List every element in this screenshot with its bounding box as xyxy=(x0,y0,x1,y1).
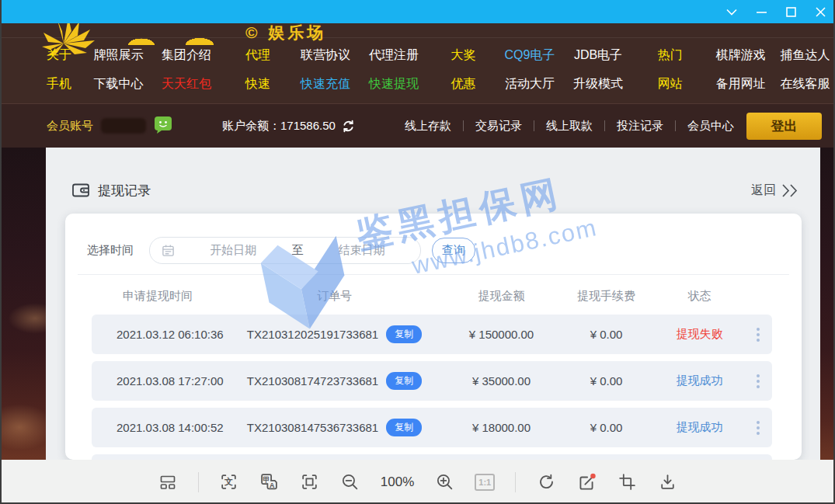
viewer-toolbar: 文 甲 A 100% 1:1 xyxy=(0,460,835,504)
fit-screen-icon xyxy=(300,472,319,492)
status-badge: 提现成功 xyxy=(655,420,744,435)
row-actions-menu[interactable] xyxy=(753,325,763,345)
toolbar-separator xyxy=(515,472,516,492)
cell-fee: ¥ 0.00 xyxy=(558,328,655,341)
nav-item-quick-withdraw[interactable]: 快速提现 xyxy=(369,76,419,92)
table-row-partial xyxy=(92,454,772,460)
search-button[interactable]: 查询 xyxy=(432,238,475,263)
zoom-level-value[interactable]: 100% xyxy=(381,474,414,490)
nav-item-promo[interactable]: 优惠 xyxy=(451,76,476,92)
cell-order-no: TX210312025191733681 xyxy=(247,328,378,341)
nav-item-agent[interactable]: 代理 xyxy=(245,47,270,64)
collapse-chevron-button[interactable] xyxy=(717,0,746,23)
nav-item-fishing[interactable]: 捕鱼达人 xyxy=(781,47,830,64)
nav-item-online-service[interactable]: 在线客服 xyxy=(781,76,830,92)
nav-item-hot[interactable]: 热门 xyxy=(658,47,683,64)
nav-item-jackpot[interactable]: 大奖 xyxy=(451,47,476,64)
download-button[interactable] xyxy=(657,472,677,492)
table-row: 2021.03.08 14:00:52 TX210308147536733681… xyxy=(92,408,772,447)
nav-item-affiliate-agreement[interactable]: 联营协议 xyxy=(301,47,350,64)
ocr-capture-button[interactable]: 文 xyxy=(219,472,239,492)
translate-button[interactable]: 甲 A xyxy=(259,472,280,492)
cell-fee: ¥ 0.00 xyxy=(558,421,655,434)
zoom-out-icon xyxy=(340,472,360,492)
separator xyxy=(534,120,534,131)
chat-icon[interactable] xyxy=(154,116,172,136)
nav-item-upgrade-mode[interactable]: 升级模式 xyxy=(573,76,623,92)
nav-item-group-intro[interactable]: 集团介绍 xyxy=(162,47,211,64)
nav-item-jdb[interactable]: JDB电子 xyxy=(574,47,622,64)
back-link[interactable]: 返回 xyxy=(751,182,800,199)
wallet-icon xyxy=(71,181,90,200)
copy-button[interactable]: 复制 xyxy=(386,325,422,343)
translate-icon: 甲 A xyxy=(259,472,279,492)
nav-item-website[interactable]: 网站 xyxy=(658,76,683,92)
maximize-button[interactable] xyxy=(776,0,805,23)
nav-item-backup-url[interactable]: 备用网址 xyxy=(716,76,766,92)
toolbar-separator xyxy=(198,472,199,492)
nav-item-about[interactable]: 关于 xyxy=(47,47,71,64)
nav-item-agent-register[interactable]: 代理注册 xyxy=(369,47,419,64)
link-online-withdraw[interactable]: 线上取款 xyxy=(546,119,593,134)
nav-item-board-games[interactable]: 棋牌游戏 xyxy=(716,47,766,64)
row-actions-menu[interactable] xyxy=(753,371,763,391)
nav-item-quick[interactable]: 快速 xyxy=(245,76,270,92)
logout-button[interactable]: 登出 xyxy=(746,113,822,140)
end-date-placeholder[interactable]: 结束日期 xyxy=(304,243,421,258)
nav-item-download-center[interactable]: 下载中心 xyxy=(94,76,144,92)
copy-button[interactable]: 复制 xyxy=(386,372,422,390)
minimize-icon xyxy=(757,7,767,17)
cell-fee: ¥ 0.00 xyxy=(558,374,655,388)
page-title: 提现记录 xyxy=(98,182,151,200)
minimize-button[interactable] xyxy=(746,0,776,23)
edit-icon xyxy=(576,472,597,492)
col-header-fee: 提现手续费 xyxy=(558,289,655,304)
separator xyxy=(463,120,464,131)
cell-order-no: TX210308147536733681 xyxy=(247,421,378,434)
divider xyxy=(78,274,789,275)
cell-apply-time: 2021.03.12 06:10:36 xyxy=(92,328,224,341)
date-range-input[interactable]: 开始日期 至 结束日期 xyxy=(149,237,421,264)
ocr-capture-icon: 文 xyxy=(219,472,238,492)
cell-amount: ¥ 35000.00 xyxy=(445,374,558,388)
separator xyxy=(604,120,605,131)
nav-item-mobile[interactable]: 手机 xyxy=(47,76,71,92)
close-icon xyxy=(816,7,826,17)
table-body: 2021.03.12 06:10:36 TX210312025191733681… xyxy=(92,315,772,460)
zoom-out-button[interactable] xyxy=(340,472,360,492)
separator xyxy=(675,120,676,131)
layout-button[interactable] xyxy=(158,472,178,492)
cell-apply-time: 2021.03.08 14:00:52 xyxy=(92,421,224,434)
zoom-in-button[interactable] xyxy=(434,472,454,492)
nav-item-activity-hall[interactable]: 活动大厅 xyxy=(505,76,555,92)
link-betting-records[interactable]: 投注记录 xyxy=(617,119,663,134)
svg-text:A: A xyxy=(270,481,275,489)
copy-button[interactable]: 复制 xyxy=(386,419,422,436)
col-header-status: 状态 xyxy=(655,289,744,304)
svg-text:文: 文 xyxy=(224,477,233,486)
nav-item-license[interactable]: 牌照展示 xyxy=(94,47,144,64)
nav-item-cq9[interactable]: CQ9电子 xyxy=(505,47,555,64)
fit-screen-button[interactable] xyxy=(300,472,320,492)
header-divider xyxy=(0,37,835,38)
edit-button[interactable] xyxy=(576,472,597,492)
table-header-row: 申请提现时间 订单号 提现金额 提现手续费 状态 xyxy=(92,280,772,311)
crop-button[interactable] xyxy=(617,472,637,492)
link-member-center[interactable]: 会员中心 xyxy=(687,119,734,134)
refresh-balance-icon[interactable] xyxy=(342,120,355,133)
nav-item-quick-deposit[interactable]: 快速充值 xyxy=(301,76,350,92)
rotate-button[interactable] xyxy=(536,472,556,492)
close-button[interactable] xyxy=(805,0,835,23)
cell-order-no: TX210308174723733681 xyxy=(247,374,378,388)
withdraw-records-panel: 提现记录 返回 选择时间 开始日期 至 结束日期 查询 xyxy=(46,148,820,460)
account-bar: 会员账号 账户余额：171586.50 线上存款 交易记录 线上取款 投注记录 … xyxy=(0,103,835,148)
link-online-deposit[interactable]: 线上存款 xyxy=(405,119,451,134)
col-header-order-no: 订单号 xyxy=(224,289,445,304)
zoom-in-icon xyxy=(435,472,454,492)
link-transaction-records[interactable]: 交易记录 xyxy=(475,119,522,134)
actual-size-button[interactable]: 1:1 xyxy=(475,474,495,491)
start-date-placeholder[interactable]: 开始日期 xyxy=(175,243,292,258)
nav-item-red-packet[interactable]: 天天红包 xyxy=(162,76,211,92)
row-actions-menu[interactable] xyxy=(753,418,763,438)
col-header-amount: 提现金额 xyxy=(445,289,558,304)
